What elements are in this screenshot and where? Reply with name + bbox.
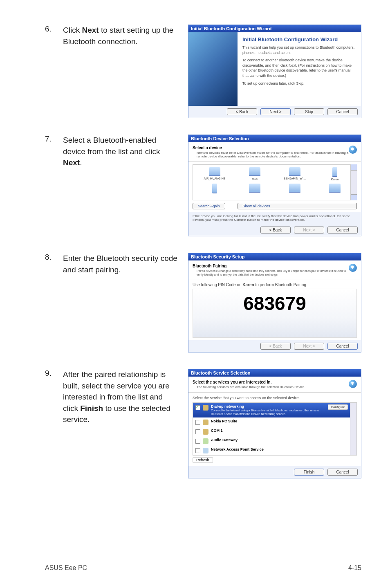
wizard-8-header-desc: Paired devices exchange a secret key eac…	[197, 269, 349, 276]
step-7-bold: Next	[63, 158, 80, 167]
bluetooth-icon	[349, 264, 357, 272]
wizard-7-next-button[interactable]: Next >	[294, 227, 324, 233]
pin-note-pre: Use following PIN Code on	[193, 283, 242, 287]
device-item[interactable]: BENJAMIN_W-...	[276, 167, 314, 181]
page-footer: ASUS Eee PC 4-15	[45, 560, 361, 572]
device-scrollbar[interactable]	[350, 164, 357, 200]
step-6: 6. Click Next to start setting up the Bl…	[45, 25, 361, 118]
footer-page-number: 4-15	[348, 564, 361, 572]
service-item-audio[interactable]: Audio Gateway	[193, 436, 350, 446]
service-name: Dial-up networking	[211, 404, 244, 408]
pin-code: 683679	[193, 289, 357, 338]
wizard-6-skip-button[interactable]: Skip	[294, 108, 324, 115]
service-item-nap[interactable]: Network Access Point Service	[193, 446, 350, 455]
service-name: Network Access Point Service	[211, 447, 264, 451]
service-list-note: Select the service that you want to acce…	[193, 396, 357, 400]
device-label: AIR_HUANG-NB	[204, 177, 226, 180]
wizard-6-p1: This wizard can help you set up connecti…	[242, 45, 356, 55]
wizard-7-back-button[interactable]: < Back	[260, 227, 291, 233]
search-again-button[interactable]: Search Again	[193, 203, 225, 209]
step-6-bold: Next	[82, 26, 99, 34]
step-7-number: 7.	[45, 135, 55, 144]
wizard-6-back-button[interactable]: < Back	[227, 108, 257, 115]
service-item-com1[interactable]: COM 1	[193, 427, 350, 436]
device-item[interactable]	[316, 184, 354, 197]
wizard-9-header-title: Select the services you are interested i…	[193, 380, 271, 384]
wizard-7-header-desc: Remote devices must be in Discoverable m…	[197, 151, 349, 158]
step-7-text: 7. Select a Bluetooth-enabled device fro…	[45, 135, 188, 168]
audio-icon	[203, 438, 208, 444]
step-9: 9. After the paired relationship is buil…	[45, 369, 361, 478]
step-7: 7. Select a Bluetooth-enabled device fro…	[45, 135, 361, 236]
wizard-6-heading: Initial Bluetooth Configuration Wizard	[242, 36, 356, 43]
bluetooth-icon	[349, 146, 357, 154]
service-item-nokia[interactable]: Nokia PC Suite	[193, 417, 350, 427]
step-6-number: 6.	[45, 25, 55, 34]
network-icon	[203, 405, 208, 411]
device-item[interactable]	[235, 184, 274, 197]
refresh-button[interactable]: Refresh	[193, 457, 213, 463]
device-item[interactable]: Karen	[316, 167, 354, 181]
step-9-text: 9. After the paired relationship is buil…	[45, 369, 188, 425]
device-item[interactable]	[195, 184, 234, 197]
wizard-7-header-title: Select a device	[193, 146, 222, 150]
service-name: Nokia PC Suite	[211, 419, 237, 423]
service-item-dialup[interactable]: Dial-up networking Connect to the Intern…	[193, 403, 350, 417]
step-9-bold: Finish	[80, 404, 103, 413]
step-6-pre: Click	[63, 26, 82, 34]
wizard-7-window: Bluetooth Device Selection Select a devi…	[188, 135, 361, 236]
service-name: Audio Gateway	[211, 438, 238, 442]
footer-product: ASUS Eee PC	[45, 564, 87, 572]
bluetooth-icon	[349, 380, 357, 388]
configure-button[interactable]: Configure	[328, 404, 348, 410]
pin-note-post: to perform Bluetooth Pairing.	[254, 283, 307, 287]
wizard-8-titlebar: Bluetooth Security Setup	[188, 253, 361, 260]
step-8-body: Enter the Bluetooth security code and st…	[63, 253, 180, 275]
device-item[interactable]: AIR_HUANG-NB	[195, 167, 234, 181]
device-label: Karen	[331, 178, 339, 181]
service-desc: Connect to the Internet using a Bluetoot…	[211, 409, 325, 416]
step-9-number: 9.	[45, 369, 55, 378]
wizard-7-cancel-button[interactable]: Cancel	[327, 227, 358, 233]
wizard-6-titlebar: Initial Bluetooth Configuration Wizard	[188, 25, 361, 32]
pin-note-name: Karen	[242, 283, 254, 287]
wizard-6-next-button[interactable]: Next >	[260, 108, 291, 115]
wizard-8-next-button[interactable]: Next >	[294, 343, 324, 350]
service-checkbox[interactable]	[195, 429, 200, 434]
step-8-number: 8.	[45, 253, 55, 262]
step-7-post: .	[80, 158, 82, 167]
step-6-text: 6. Click Next to start setting up the Bl…	[45, 25, 188, 47]
device-item[interactable]: asus	[235, 167, 274, 181]
wizard-6-cancel-button[interactable]: Cancel	[327, 108, 358, 115]
pin-note: Use following PIN Code on Karen to perfo…	[193, 283, 357, 287]
wizard-8-cancel-button[interactable]: Cancel	[327, 343, 358, 350]
step-8: 8. Enter the Bluetooth security code and…	[45, 253, 361, 352]
wizard-7-titlebar: Bluetooth Device Selection	[188, 135, 361, 142]
wizard-9-titlebar: Bluetooth Service Selection	[188, 369, 361, 377]
wizard-6-window: Initial Bluetooth Configuration Wizard I…	[188, 25, 361, 118]
serial-icon	[203, 429, 208, 435]
device-grid: AIR_HUANG-NB asus BENJAMIN_W-... Karen	[193, 164, 357, 200]
serial-icon	[203, 420, 208, 425]
step-6-body: Click Next to start setting up the Bluet…	[63, 25, 180, 47]
device-label: asus	[252, 177, 258, 180]
step-7-pre: Select a Bluetooth-enabled device from t…	[63, 136, 160, 156]
step-8-text: 8. Enter the Bluetooth security code and…	[45, 253, 188, 275]
wizard-6-p2: To connect to another Bluetooth device n…	[242, 58, 356, 78]
service-scrollbar[interactable]	[350, 403, 356, 455]
service-checkbox[interactable]	[195, 405, 200, 410]
wizard-6-sidebar-image	[188, 32, 238, 106]
wizard-9-header-desc: The following services are available thr…	[197, 385, 349, 389]
device-item[interactable]	[276, 184, 314, 197]
service-checkbox[interactable]	[195, 439, 200, 444]
show-all-devices-dropdown[interactable]: Show all devices	[238, 203, 357, 209]
wizard-8-window: Bluetooth Security Setup Bluetooth Pairi…	[188, 253, 361, 352]
wizard-9-window: Bluetooth Service Selection Select the s…	[188, 369, 361, 478]
wizard-8-back-button[interactable]: < Back	[260, 343, 291, 350]
step-7-body: Select a Bluetooth-enabled device from t…	[63, 135, 180, 168]
wizard-9-finish-button[interactable]: Finish	[294, 469, 324, 476]
wizard-9-cancel-button[interactable]: Cancel	[327, 469, 358, 476]
service-checkbox[interactable]	[195, 448, 200, 453]
service-checkbox[interactable]	[195, 420, 200, 425]
wizard-6-p3: To set up connections later, click Skip.	[242, 81, 356, 86]
